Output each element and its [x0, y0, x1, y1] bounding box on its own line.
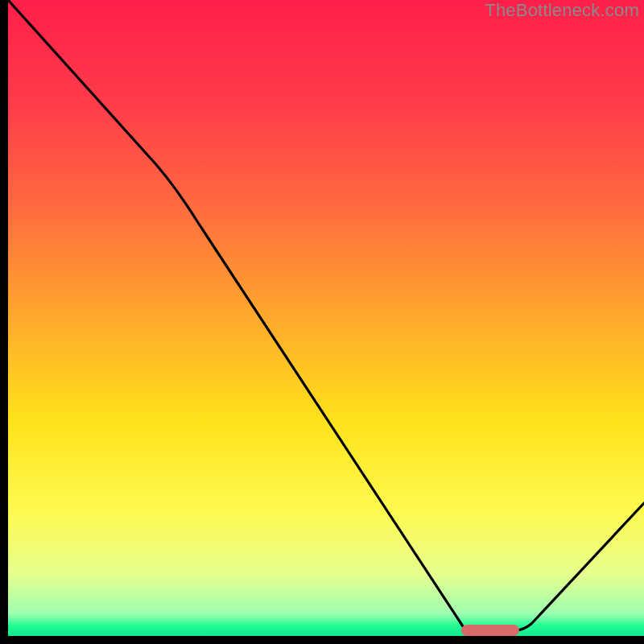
svg-rect-0 [8, 0, 644, 636]
gradient-background [0, 0, 644, 644]
watermark-text: TheBottleneck.com [485, 0, 639, 21]
y-axis [0, 0, 8, 644]
x-axis [0, 636, 644, 644]
optimal-range-marker [461, 625, 519, 636]
bottleneck-chart: TheBottleneck.com [0, 0, 644, 644]
